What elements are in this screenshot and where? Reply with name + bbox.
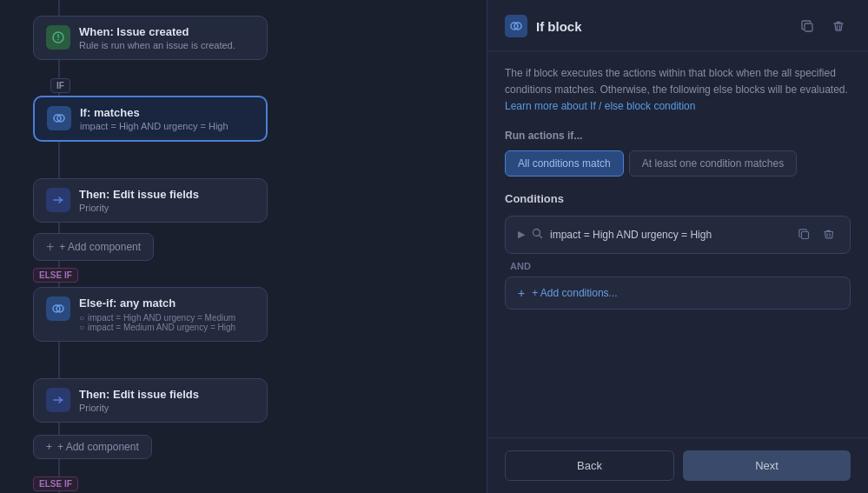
when-node-icon xyxy=(46,25,70,50)
add-component-1-label: + Add component xyxy=(59,241,141,253)
then-node-2[interactable]: Then: Edit issue fields Priority xyxy=(33,378,268,423)
toggle-at-least-one[interactable]: At least one condition matches xyxy=(629,150,797,177)
conditions-label: Conditions xyxy=(505,192,851,205)
svg-point-10 xyxy=(533,229,540,236)
when-node-sub: Rule is run when an issue is created. xyxy=(79,40,235,50)
else-if-sub-list: ○impact = High AND urgency = Medium ○imp… xyxy=(79,313,235,332)
panel-footer: Back Next xyxy=(487,437,868,493)
when-node-content: When: Issue created Rule is run when an … xyxy=(79,25,235,50)
copy-button[interactable] xyxy=(795,14,819,38)
panel-header-left: If block xyxy=(505,15,582,37)
svg-rect-11 xyxy=(801,232,808,239)
panel-header: If block xyxy=(487,0,868,51)
panel-body: The if block executes the actions within… xyxy=(487,51,868,437)
svg-rect-9 xyxy=(805,23,812,31)
add-component-button-1[interactable]: + + Add component xyxy=(33,233,154,261)
add-component-button-2[interactable]: + + Add component xyxy=(33,435,152,459)
else-if-sub-2: ○impact = Medium AND urgency = High xyxy=(79,323,235,332)
svg-point-2 xyxy=(57,39,59,41)
if-matches-icon xyxy=(47,106,71,130)
workflow-canvas: When: Issue created Rule is run when an … xyxy=(0,0,487,493)
else-if-title: Else-if: any match xyxy=(79,296,235,310)
then-node-2-sub: Priority xyxy=(79,403,199,413)
toggle-all-conditions[interactable]: All conditions match xyxy=(505,150,624,177)
then-node-2-title: Then: Edit issue fields xyxy=(79,388,199,401)
run-actions-label: Run actions if... xyxy=(505,130,851,142)
if-matches-title: If: matches xyxy=(80,106,229,119)
add-conditions-plus-icon: + xyxy=(518,286,525,300)
add-conditions-button[interactable]: + + Add conditions... xyxy=(505,276,851,310)
when-node-title: When: Issue created xyxy=(79,25,235,38)
then-node-2-content: Then: Edit issue fields Priority xyxy=(79,388,199,413)
then-node-1-sub: Priority xyxy=(79,203,199,213)
panel-description: The if block executes the actions within… xyxy=(505,65,851,116)
toggle-group: All conditions match At least one condit… xyxy=(505,150,851,177)
condition-copy-btn[interactable] xyxy=(794,225,813,244)
else-if-icon xyxy=(46,296,70,321)
next-button[interactable]: Next xyxy=(683,450,851,481)
if-matches-content: If: matches impact = High AND urgency = … xyxy=(80,106,229,131)
condition-delete-btn[interactable] xyxy=(818,225,838,244)
condition-actions xyxy=(794,225,838,244)
then-node-1[interactable]: Then: Edit issue fields Priority xyxy=(33,178,268,223)
add-component-2-label: + Add component xyxy=(57,441,139,453)
else-if-label-2: ELSE IF xyxy=(33,476,78,491)
then-node-1-icon xyxy=(46,188,70,212)
panel-header-actions xyxy=(795,14,851,38)
if-matches-sub: impact = High AND urgency = High xyxy=(80,121,229,131)
then-node-1-content: Then: Edit issue fields Priority xyxy=(79,188,199,213)
else-if-label-1: ELSE IF xyxy=(33,268,78,283)
add-conditions-label: + Add conditions... xyxy=(532,287,617,299)
else-if-content: Else-if: any match ○impact = High AND ur… xyxy=(79,296,235,332)
if-matches-node[interactable]: If: matches impact = High AND urgency = … xyxy=(33,96,268,142)
condition-row[interactable]: ▶ impact = High AND urgency = High xyxy=(505,216,851,254)
condition-expand-icon[interactable]: ▶ xyxy=(518,229,525,240)
else-if-sub-1: ○impact = High AND urgency = Medium xyxy=(79,313,235,323)
else-if-node[interactable]: Else-if: any match ○impact = High AND ur… xyxy=(33,287,268,342)
if-block-panel: If block The if block executes the actio… xyxy=(487,0,868,493)
if-label: IF xyxy=(50,78,70,93)
add-component-2-plus-icon: + xyxy=(46,441,52,453)
back-button[interactable]: Back xyxy=(505,450,674,481)
panel-title: If block xyxy=(536,19,582,34)
then-node-1-title: Then: Edit issue fields xyxy=(79,188,199,201)
panel-header-icon xyxy=(505,15,527,37)
then-node-2-icon xyxy=(46,388,70,412)
when-node[interactable]: When: Issue created Rule is run when an … xyxy=(33,16,268,60)
and-label: AND xyxy=(510,261,851,271)
learn-more-link[interactable]: Learn more about If / else block conditi… xyxy=(505,100,695,112)
add-component-1-plus-icon: + xyxy=(46,239,54,255)
condition-search-icon xyxy=(532,228,543,242)
delete-button[interactable] xyxy=(826,14,851,38)
condition-text: impact = High AND urgency = High xyxy=(550,229,787,241)
